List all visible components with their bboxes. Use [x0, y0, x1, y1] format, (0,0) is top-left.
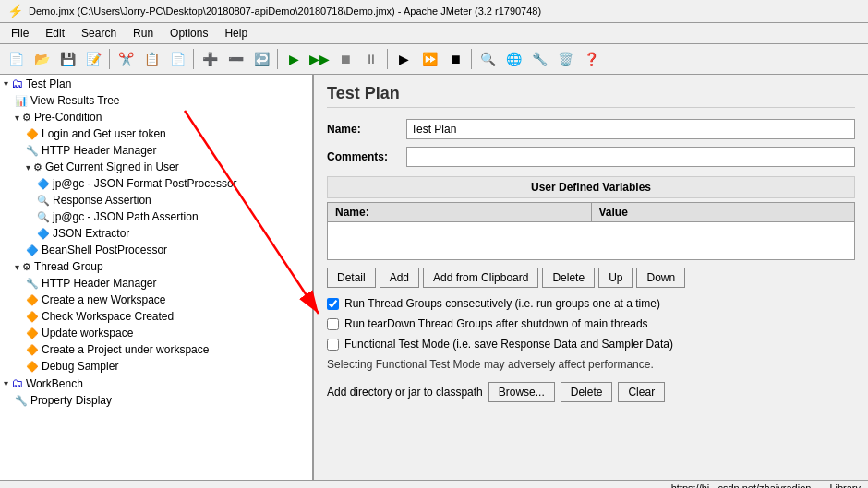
name-label: Name:: [327, 123, 401, 136]
tree-item-http-header[interactable]: 🔧 HTTP Header Manager: [0, 142, 312, 159]
toolbar-web[interactable]: 🌐: [501, 47, 525, 71]
tree-item-workbench[interactable]: ▾ 🗂 WorkBench: [0, 375, 312, 392]
toolbar-clear-all[interactable]: 🗑️: [553, 47, 577, 71]
run-teardown-checkbox[interactable]: [327, 318, 339, 330]
tree-icon-thread-group: ⚙: [22, 261, 31, 273]
clear-button[interactable]: Clear: [618, 382, 665, 402]
toolbar-save[interactable]: 💾: [55, 47, 79, 71]
tree-item-debug-sampler[interactable]: 🔶 Debug Sampler: [0, 358, 312, 375]
tree-icon-jp-json-path: 🔍: [37, 211, 50, 223]
menu-help[interactable]: Help: [217, 25, 255, 42]
user-defined-variables-title: User Defined Variables: [327, 176, 855, 198]
toolbar-open[interactable]: 📂: [30, 47, 54, 71]
tree-icon-test-plan: 🗂: [11, 77, 23, 90]
tree-item-login-get[interactable]: 🔶 Login and Get user token: [0, 125, 312, 142]
toolbar-search[interactable]: 🔍: [476, 47, 500, 71]
expand-thread-group: ▾: [15, 262, 19, 272]
tree-icon-pre-condition: ⚙: [22, 112, 31, 124]
run-thread-groups-checkbox[interactable]: [327, 298, 339, 310]
tree-item-jp-json-format[interactable]: 🔷 jp@gc - JSON Format PostProcessor: [0, 175, 312, 192]
tree-item-response-assertion[interactable]: 🔍 Response Assertion: [0, 192, 312, 208]
sep3: [277, 49, 278, 69]
toolbar-cut[interactable]: ✂️: [114, 47, 138, 71]
delete-button[interactable]: Delete: [542, 268, 595, 288]
tree-item-thread-group[interactable]: ▾ ⚙ Thread Group: [0, 258, 312, 275]
tree-item-create-workspace[interactable]: 🔶 Create a new Workspace: [0, 292, 312, 308]
tree-icon-create-workspace: 🔶: [26, 294, 39, 306]
toolbar-copy[interactable]: 📋: [139, 47, 163, 71]
tree-item-get-current[interactable]: ▾ ⚙ Get Current Signed in User: [0, 159, 312, 175]
menu-run[interactable]: Run: [126, 25, 161, 42]
classpath-row: Add directory or jar to classpath Browse…: [327, 382, 855, 402]
sep5: [471, 49, 472, 69]
col-value-header: Value: [592, 203, 855, 221]
tree-icon-workbench: 🗂: [11, 376, 23, 390]
toolbar-undo[interactable]: ↩️: [249, 47, 273, 71]
tree-item-create-project[interactable]: 🔶 Create a Project under workspace: [0, 341, 312, 358]
classpath-delete-button[interactable]: Delete: [561, 382, 613, 402]
tree-label-json-extractor: JSON Extractor: [53, 227, 129, 240]
tree-label-thread-group: Thread Group: [34, 260, 103, 273]
tree-label-beanshell: BeanShell PostProcessor: [42, 244, 167, 256]
tree-icon-create-project: 🔶: [26, 344, 39, 356]
classpath-label: Add directory or jar to classpath: [327, 386, 483, 399]
app-icon: ⚡: [7, 4, 23, 18]
tree-label-test-plan: Test Plan: [26, 77, 71, 90]
name-row: Name:: [327, 119, 855, 139]
toolbar-config[interactable]: 🔧: [527, 47, 551, 71]
title-bar: ⚡ Demo.jmx (C:\Users\Jorry-PC\Desktop\20…: [0, 0, 868, 23]
variables-table: Name: Value: [327, 202, 855, 260]
down-button[interactable]: Down: [636, 268, 685, 288]
toolbar-stop[interactable]: ⏹: [333, 47, 357, 71]
tree-item-json-extractor[interactable]: 🔷 JSON Extractor: [0, 225, 312, 242]
tree-label-jp-json-path: jp@gc - JSON Path Assertion: [53, 210, 199, 223]
toolbar-start-no-pause[interactable]: ▶▶: [307, 47, 332, 71]
tree-icon-view-results: 📊: [15, 95, 28, 107]
comments-label: Comments:: [327, 150, 401, 163]
toolbar-shutdown[interactable]: ⏸: [359, 47, 383, 71]
table-header: Name: Value: [328, 203, 854, 222]
tree-label-debug-sampler: Debug Sampler: [42, 360, 118, 373]
browse-button[interactable]: Browse...: [488, 382, 555, 402]
up-button[interactable]: Up: [598, 268, 633, 288]
tree-label-http-header: HTTP Header Manager: [42, 144, 157, 157]
functional-test-checkbox[interactable]: [327, 339, 339, 351]
tree-item-http-header2[interactable]: 🔧 HTTP Header Manager: [0, 275, 312, 292]
toolbar-saveas[interactable]: 📝: [81, 47, 105, 71]
window-title: Demo.jmx (C:\Users\Jorry-PC\Desktop\2018…: [29, 6, 541, 17]
tree-item-property-display[interactable]: 🔧 Property Display: [0, 392, 312, 409]
menu-edit[interactable]: Edit: [38, 25, 72, 42]
tree-item-pre-condition[interactable]: ▾ ⚙ Pre-Condition: [0, 109, 312, 125]
toolbar-new[interactable]: 📄: [4, 47, 28, 71]
tree-item-beanshell[interactable]: 🔷 BeanShell PostProcessor: [0, 242, 312, 258]
toolbar-add[interactable]: ➕: [198, 47, 222, 71]
add-from-clipboard-button[interactable]: Add from Clipboard: [423, 268, 538, 288]
toolbar-remote-stop-all[interactable]: ⏹: [443, 47, 467, 71]
checkbox-functional-test: Functional Test Mode (i.e. save Response…: [327, 338, 855, 351]
detail-button[interactable]: Detail: [327, 268, 376, 288]
tree-label-update-workspace: Update workspace: [42, 327, 133, 339]
menu-search[interactable]: Search: [74, 25, 124, 42]
toolbar-remote-start[interactable]: ▶: [392, 47, 416, 71]
tree-label-http-header2: HTTP Header Manager: [42, 277, 157, 290]
col-name-header: Name:: [328, 203, 592, 221]
toolbar-remove[interactable]: ➖: [223, 47, 247, 71]
tree-item-check-workspace[interactable]: 🔶 Check Workspace Created: [0, 308, 312, 325]
toolbar-paste[interactable]: 📄: [165, 47, 189, 71]
tree-item-jp-json-path[interactable]: 🔍 jp@gc - JSON Path Assertion: [0, 208, 312, 225]
tree-item-view-results[interactable]: 📊 View Results Tree: [0, 92, 312, 109]
tree-item-update-workspace[interactable]: 🔶 Update workspace: [0, 325, 312, 341]
toolbar-help[interactable]: ❓: [579, 47, 603, 71]
menu-options[interactable]: Options: [163, 25, 215, 42]
toolbar-start[interactable]: ▶: [282, 47, 306, 71]
comments-input[interactable]: [406, 147, 855, 167]
menu-file[interactable]: File: [4, 25, 36, 42]
status-library: Library: [829, 482, 861, 488]
tree-item-test-plan[interactable]: ▾ 🗂 Test Plan: [0, 75, 312, 92]
tree-label-create-project: Create a Project under workspace: [42, 343, 209, 356]
comments-row: Comments:: [327, 147, 855, 167]
name-input[interactable]: [406, 119, 855, 139]
toolbar-remote-start-all[interactable]: ⏩: [417, 47, 441, 71]
add-button[interactable]: Add: [380, 268, 419, 288]
sep4: [387, 49, 388, 69]
